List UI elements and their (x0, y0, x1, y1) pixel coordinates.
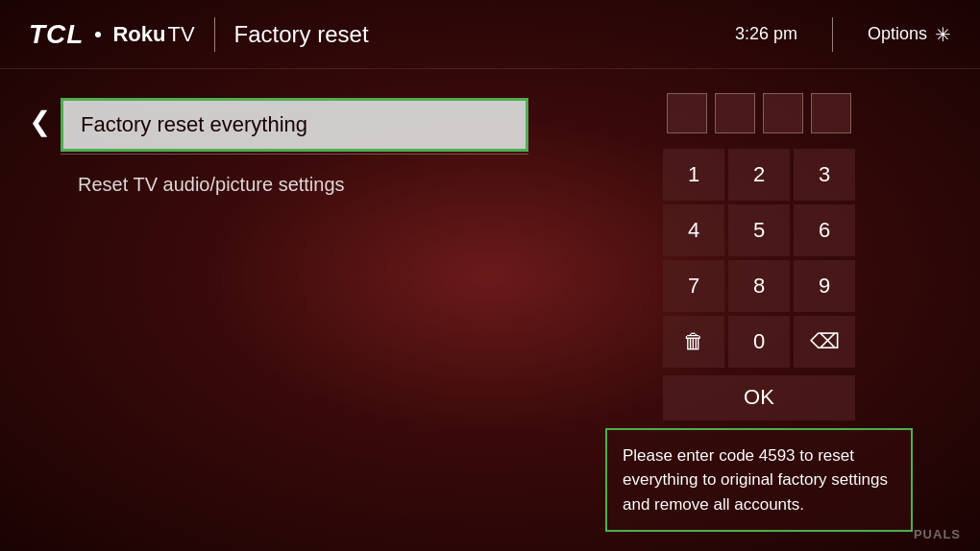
options-label: Options (868, 24, 927, 44)
num-btn-backspace[interactable]: ⌫ (794, 316, 855, 368)
page-title: Factory reset (234, 21, 369, 48)
menu-item-factory-reset[interactable]: Factory reset everything (61, 98, 528, 152)
watermark: PUALS (914, 527, 961, 541)
header-divider-2 (832, 17, 833, 52)
options-button[interactable]: Options ✳ (868, 23, 951, 46)
menu-item-audio-reset[interactable]: Reset TV audio/picture settings (61, 164, 528, 205)
num-btn-7[interactable]: 7 (663, 260, 724, 312)
message-text: Please enter code 4593 to reset everythi… (623, 446, 888, 514)
num-btn-5[interactable]: 5 (728, 204, 790, 256)
pin-box-4 (811, 93, 851, 133)
time-display: 3:26 pm (735, 24, 797, 44)
brand-dot (95, 32, 101, 37)
menu-divider (61, 154, 528, 155)
menu-items: Factory reset everything Reset TV audio/… (61, 98, 528, 205)
header-divider (214, 17, 215, 52)
num-btn-1[interactable]: 1 (663, 149, 724, 201)
left-panel: ❮ Factory reset everything Reset TV audi… (29, 88, 528, 532)
pin-box-2 (715, 93, 755, 133)
num-btn-9[interactable]: 9 (794, 260, 855, 312)
pin-box-3 (763, 93, 803, 133)
pin-box-1 (667, 93, 707, 133)
num-btn-2[interactable]: 2 (728, 149, 790, 201)
num-btn-6[interactable]: 6 (794, 204, 855, 256)
roku-tv-logo: Roku TV (112, 22, 194, 47)
pin-display (667, 93, 851, 133)
brand-logo: TCL Roku TV (29, 19, 195, 50)
num-btn-0[interactable]: 0 (728, 316, 790, 368)
num-btn-clear[interactable]: 🗑 (663, 316, 724, 368)
main-content: ❮ Factory reset everything Reset TV audi… (0, 69, 980, 551)
right-panel: 1 2 3 4 5 6 7 8 9 🗑 0 ⌫ OK Please enter … (567, 88, 951, 532)
roku-text: Roku (112, 22, 165, 47)
num-btn-3[interactable]: 3 (794, 149, 855, 201)
ok-button[interactable]: OK (663, 375, 855, 420)
back-arrow-icon[interactable]: ❮ (29, 106, 51, 137)
num-btn-4[interactable]: 4 (663, 204, 724, 256)
message-box: Please enter code 4593 to reset everythi… (605, 428, 913, 533)
options-icon: ✳ (935, 23, 951, 46)
header-right: 3:26 pm Options ✳ (735, 17, 951, 52)
header: TCL Roku TV Factory reset 3:26 pm Option… (0, 0, 980, 69)
tv-text: TV (167, 22, 194, 47)
numpad: 1 2 3 4 5 6 7 8 9 🗑 0 ⌫ (663, 149, 855, 368)
num-btn-8[interactable]: 8 (728, 260, 790, 312)
tcl-logo: TCL (29, 19, 84, 50)
